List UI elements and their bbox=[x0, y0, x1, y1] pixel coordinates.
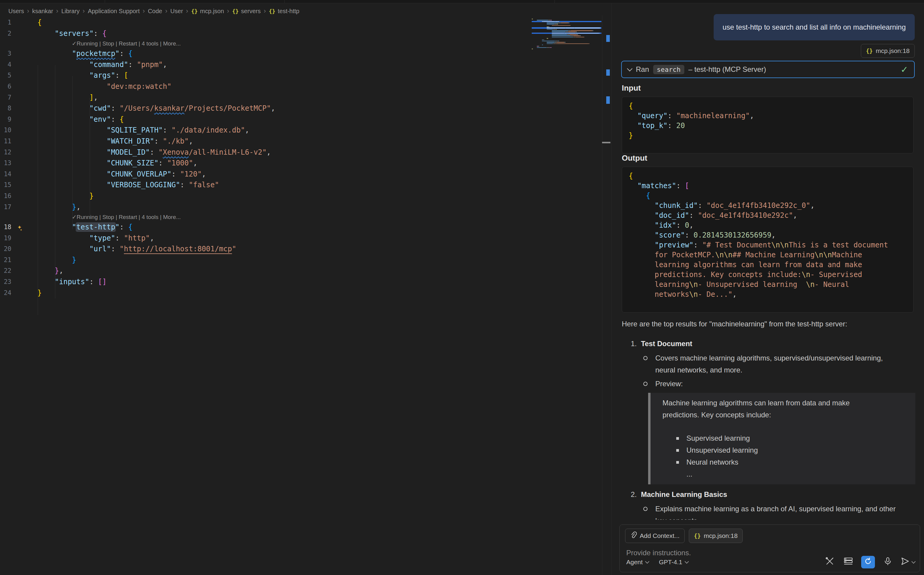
code-line[interactable]: 24} bbox=[0, 288, 611, 299]
result-title: Machine Learning Basics bbox=[641, 490, 727, 499]
line-number: 8 bbox=[0, 103, 11, 114]
paperclip-icon bbox=[630, 532, 637, 540]
mode-picker-label: Agent bbox=[626, 559, 643, 566]
breadcrumb-item[interactable]: Application Support bbox=[88, 8, 140, 15]
code-line[interactable]: 5 "args": [ bbox=[0, 70, 611, 81]
json-braces-icon: {} bbox=[694, 532, 701, 539]
minimap[interactable] bbox=[532, 18, 602, 54]
line-number: 19 bbox=[0, 233, 11, 244]
output-section-heading: Output bbox=[622, 154, 647, 163]
breadcrumb-separator: › bbox=[56, 8, 58, 14]
preview-blockquote: Machine learning algorithms can learn fr… bbox=[648, 393, 915, 484]
code-editor[interactable]: 1{2 "servers": {✓Running | Stop | Restar… bbox=[0, 17, 611, 298]
tool-output-codeblock[interactable]: { "matches": [ { "chunk_id": "doc_4e1f4f… bbox=[622, 167, 913, 313]
overview-ruler-mark bbox=[606, 96, 610, 104]
input-section-heading: Input bbox=[622, 83, 641, 93]
line-number: 6 bbox=[0, 81, 11, 92]
breadcrumb[interactable]: Users›ksankar›Library›Application Suppor… bbox=[8, 6, 299, 16]
model-picker[interactable]: GPT-4.1 bbox=[659, 559, 688, 566]
line-number: 22 bbox=[0, 265, 11, 276]
code-line[interactable]: 7 ], bbox=[0, 92, 611, 103]
circle-bullet-icon bbox=[643, 356, 648, 360]
circle-bullet-icon bbox=[643, 382, 648, 386]
code-line[interactable]: 15 "VERBOSE_LOGGING": "false" bbox=[0, 179, 611, 191]
breadcrumb-item[interactable]: User bbox=[170, 8, 183, 15]
code-line[interactable]: 9 "env": { bbox=[0, 114, 611, 125]
tools-icon bbox=[825, 557, 834, 567]
code-line[interactable]: 22 }, bbox=[0, 265, 611, 276]
breadcrumb-separator: › bbox=[27, 8, 29, 14]
code-line[interactable]: 13 "CHUNK_SIZE": "1000", bbox=[0, 158, 611, 169]
tab-separator bbox=[105, 0, 105, 3]
chevron-down-icon bbox=[911, 559, 916, 564]
breadcrumb-item[interactable]: Users bbox=[8, 8, 24, 15]
line-number: 9 bbox=[0, 114, 11, 125]
model-picker-label: GPT-4.1 bbox=[659, 559, 682, 566]
tool-input-codeblock: { "query": "machinelearning", "top_k": 2… bbox=[622, 97, 913, 154]
code-line[interactable]: 21 } bbox=[0, 254, 611, 266]
line-number: 18 bbox=[0, 222, 11, 233]
code-line[interactable]: 4 "command": "pnpm", bbox=[0, 59, 611, 70]
send-button[interactable] bbox=[901, 557, 915, 567]
assistant-response-intro: Here are the top results for "machinelea… bbox=[622, 318, 915, 330]
add-context-button[interactable]: Add Context... bbox=[625, 529, 684, 543]
context-reference-badge[interactable]: {} mcp.json:18 bbox=[861, 44, 915, 58]
attached-context-label: mcp.json:18 bbox=[704, 532, 738, 539]
breadcrumb-item[interactable]: {}test-http bbox=[269, 8, 300, 15]
mode-picker[interactable]: Agent bbox=[626, 559, 649, 566]
breadcrumb-item[interactable]: ksankar bbox=[32, 8, 53, 15]
line-number: 14 bbox=[0, 169, 11, 180]
breadcrumb-item[interactable]: Code bbox=[148, 8, 162, 15]
tool-call-suffix: – test-http (MCP Server) bbox=[689, 65, 766, 74]
breadcrumb-separator: › bbox=[143, 8, 145, 14]
code-line[interactable]: 19 "type": "http", bbox=[0, 233, 611, 244]
line-number: 24 bbox=[0, 288, 11, 299]
chat-input-box[interactable]: Add Context... {} mcp.json:18 Provide in… bbox=[619, 524, 920, 572]
code-line[interactable]: 2 "servers": { bbox=[0, 28, 611, 39]
code-line[interactable]: 14 "CHUNK_OVERLAP": "120", bbox=[0, 169, 611, 180]
tool-call-header[interactable]: Ran search – test-http (MCP Server) ✓ bbox=[621, 61, 915, 78]
tab-separator bbox=[554, 0, 555, 3]
auto-approve-button[interactable] bbox=[861, 556, 875, 569]
code-line[interactable]: 3 "pocketmcp": { bbox=[0, 48, 611, 59]
result-title: Test Document bbox=[641, 340, 692, 348]
code-line[interactable]: 6 "dev:mcp:watch" bbox=[0, 81, 611, 92]
line-number: 21 bbox=[0, 254, 11, 266]
breadcrumb-separator: › bbox=[186, 8, 188, 14]
json-braces-icon: {} bbox=[191, 8, 198, 14]
code-line[interactable]: 1{ bbox=[0, 17, 611, 28]
indent-guide bbox=[38, 65, 38, 315]
send-icon bbox=[901, 557, 910, 567]
breadcrumb-item[interactable]: Library bbox=[61, 8, 79, 15]
code-line[interactable]: 16 } bbox=[0, 191, 611, 202]
line-number: 11 bbox=[0, 136, 11, 147]
breadcrumb-item[interactable]: {}mcp.json bbox=[191, 8, 224, 15]
codelens-actions[interactable]: ✓Running | Stop | Restart | 4 tools | Mo… bbox=[0, 39, 611, 48]
indent-guide bbox=[90, 98, 90, 218]
chat-panel: use test-http to search and list all inf… bbox=[611, 3, 924, 575]
chat-input-area: Add Context... {} mcp.json:18 Provide in… bbox=[611, 519, 924, 575]
code-line[interactable]: 12 "MODEL_ID": "Xenova/all-MiniLM-L6-v2"… bbox=[0, 147, 611, 158]
code-line[interactable]: 11 "WATCH_DIR": "./kb", bbox=[0, 136, 611, 147]
scrollbar-handle[interactable] bbox=[602, 142, 610, 143]
minimap-line bbox=[532, 48, 602, 49]
microphone-button[interactable] bbox=[882, 556, 894, 568]
attached-context-chip[interactable]: {} mcp.json:18 bbox=[689, 529, 743, 543]
breadcrumb-separator: › bbox=[83, 8, 85, 14]
code-line[interactable]: 8 "cwd": "/Users/ksankar/Projects/Pocket… bbox=[0, 103, 611, 114]
configure-tools-button[interactable] bbox=[824, 556, 835, 568]
chevron-down-icon bbox=[627, 66, 632, 71]
line-number: 5 bbox=[0, 70, 11, 81]
code-line[interactable]: 18✦✦ "test-http": { bbox=[0, 222, 611, 233]
line-number: 16 bbox=[0, 191, 11, 202]
code-line[interactable]: 17 }, bbox=[0, 202, 611, 213]
code-line[interactable]: 23 "inputs": [] bbox=[0, 276, 611, 288]
indent-guide bbox=[55, 65, 56, 299]
code-line[interactable]: 20 "url": "http://localhost:8001/mcp" bbox=[0, 243, 611, 254]
json-braces-icon: {} bbox=[866, 48, 873, 54]
codelens-actions[interactable]: ✓Running | Stop | Restart | 4 tools | Mo… bbox=[0, 213, 611, 222]
mcp-servers-button[interactable] bbox=[843, 556, 854, 568]
code-line[interactable]: 10 "SQLITE_PATH": "./data/index.db", bbox=[0, 125, 611, 136]
square-bullet-icon bbox=[676, 461, 679, 464]
breadcrumb-item[interactable]: {}servers bbox=[232, 8, 260, 15]
